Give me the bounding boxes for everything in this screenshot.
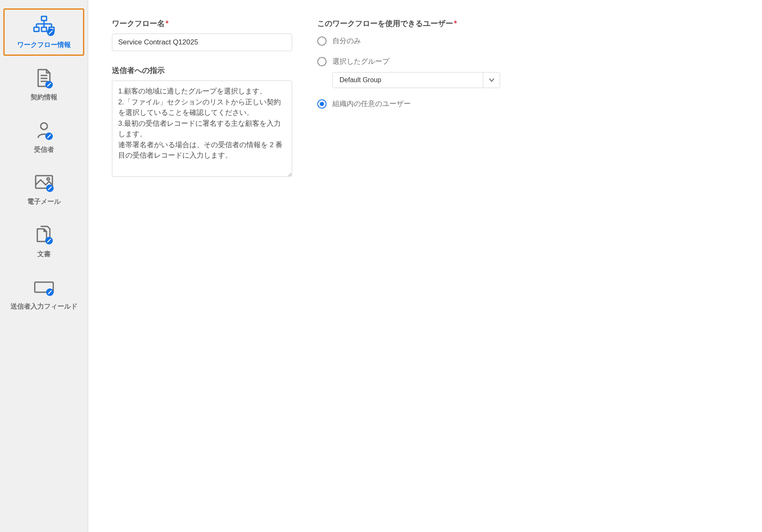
sidebar-item-label: 送信者入力フィールド	[10, 302, 78, 311]
access-section-label: このワークフローを使用できるユーザー*	[317, 18, 506, 29]
files-icon	[33, 225, 55, 246]
group-select[interactable]: Default Group	[332, 72, 500, 88]
sidebar-item-label: 電子メール	[27, 197, 61, 206]
workflow-name-label: ワークフロー名*	[112, 18, 292, 29]
radio-label: 選択したグループ	[332, 57, 389, 66]
radio-option-anyone[interactable]: 組織内の任意のユーザー	[317, 99, 506, 109]
chevron-down-icon	[483, 73, 500, 88]
sidebar-item-sender-input-fields[interactable]: 送信者入力フィールド	[3, 270, 84, 317]
group-select-value: Default Group	[333, 73, 483, 88]
sidebar-item-email[interactable]: 電子メール	[3, 165, 84, 213]
image-icon	[33, 172, 55, 193]
radio-icon	[317, 57, 327, 66]
svg-point-14	[41, 123, 47, 130]
radio-label: 組織内の任意のユーザー	[332, 99, 411, 109]
workflow-info-icon	[32, 16, 56, 36]
svg-rect-6	[34, 27, 39, 31]
svg-point-17	[47, 178, 49, 180]
sidebar-item-workflow-info[interactable]: ワークフロー情報	[3, 8, 84, 56]
sidebar-item-documents[interactable]: 文書	[3, 218, 84, 265]
svg-rect-7	[41, 27, 47, 31]
radio-icon-selected	[317, 99, 327, 109]
sidebar-item-recipients[interactable]: 受信者	[3, 113, 84, 161]
sidebar-nav: ワークフロー情報 契約情報	[0, 0, 88, 532]
document-lines-icon	[34, 68, 54, 89]
main-content: ワークフロー名* 送信者への指示 このワークフローを使用できるユーザー* 自分の…	[88, 0, 762, 532]
person-icon	[34, 120, 54, 141]
sidebar-item-label: 契約情報	[31, 93, 57, 102]
sidebar-item-label: ワークフロー情報	[17, 41, 71, 49]
access-radio-group: 自分のみ 選択したグループ Default Group	[317, 36, 506, 109]
radio-option-group[interactable]: 選択したグループ	[317, 57, 506, 66]
instructions-label: 送信者への指示	[112, 65, 292, 75]
sidebar-item-label: 受信者	[34, 145, 54, 154]
radio-label: 自分のみ	[332, 36, 361, 46]
radio-icon	[317, 36, 327, 46]
instructions-textarea[interactable]	[112, 80, 292, 177]
svg-rect-0	[41, 16, 47, 21]
workflow-name-input[interactable]	[112, 34, 292, 51]
input-field-icon	[32, 277, 56, 298]
sidebar-item-agreement-info[interactable]: 契約情報	[3, 61, 84, 108]
radio-option-self[interactable]: 自分のみ	[317, 36, 506, 46]
sidebar-item-label: 文書	[37, 250, 51, 259]
